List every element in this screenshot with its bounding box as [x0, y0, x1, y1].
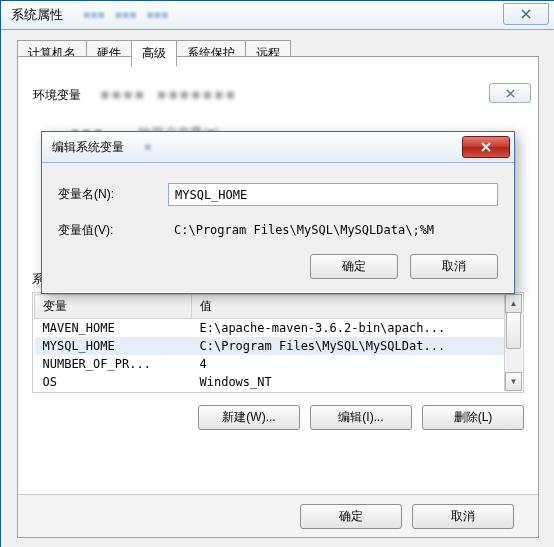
- system-variables-box: 变量 值 MAVEN_HOMEE:\apache-maven-3.6.2-bin…: [32, 292, 524, 393]
- input-variable-name[interactable]: [168, 183, 498, 206]
- blurred-text: ■ ■ ■ ■ ■ ■ ■ ■ ■ ■ ■: [101, 87, 234, 102]
- tab-advanced[interactable]: 高级: [131, 40, 177, 67]
- table-row[interactable]: OSWindows_NT: [35, 373, 522, 391]
- sysvar-button-row: 新建(W)... 编辑(I)... 删除(L): [32, 405, 524, 430]
- row-variable-name: 变量名(N):: [58, 183, 498, 206]
- titlebar-blur-text: ■■■ ■■■ ■■■: [83, 8, 168, 22]
- dialog-ok-button[interactable]: 确定: [310, 254, 398, 279]
- system-properties-window: 系统属性 ■■■ ■■■ ■■■ 计算机名 硬件 高级 系统保护 远程 系统变量…: [0, 0, 554, 547]
- system-variables-table[interactable]: 变量 值 MAVEN_HOMEE:\apache-maven-3.6.2-bin…: [34, 294, 522, 391]
- window-title: 系统属性: [11, 6, 63, 24]
- delete-button[interactable]: 删除(L): [422, 405, 524, 430]
- panel-cancel-button[interactable]: 取消: [412, 504, 514, 529]
- dialog-title-text: 编辑系统变量: [52, 139, 124, 156]
- col-variable[interactable]: 变量: [35, 295, 192, 319]
- table-row[interactable]: MYSQL_HOMEC:\Program Files\MySQL\MySQLDa…: [35, 337, 522, 355]
- scroll-track[interactable]: [505, 312, 522, 373]
- close-icon: [480, 142, 492, 152]
- dialog-body: 变量名(N): 变量值(V): C:\Program Files\MySQL\M…: [42, 163, 514, 293]
- titlebar: 系统属性 ■■■ ■■■ ■■■: [1, 1, 554, 30]
- scroll-thumb[interactable]: [506, 312, 521, 349]
- panel-ok-button[interactable]: 确定: [300, 504, 402, 529]
- table-row[interactable]: NUMBER_OF_PR...4: [35, 355, 522, 373]
- dialog-close-button[interactable]: [462, 136, 510, 158]
- table-row[interactable]: MAVEN_HOMEE:\apache-maven-3.6.2-bin\apac…: [35, 319, 522, 338]
- env-vars-label: 环境变量: [33, 87, 81, 104]
- new-button[interactable]: 新建(W)...: [198, 405, 300, 430]
- label-variable-name: 变量名(N):: [58, 186, 168, 203]
- col-value[interactable]: 值: [192, 295, 522, 319]
- dialog-button-row: 确定 取消: [58, 254, 498, 279]
- edit-variable-dialog: 编辑系统变量 ■ 变量名(N): 变量值(V): C:\Program File…: [41, 131, 515, 294]
- scrollbar[interactable]: ▲ ▼: [504, 294, 522, 391]
- label-variable-value: 变量值(V):: [58, 222, 168, 239]
- dialog-title-blur: ■: [144, 140, 151, 154]
- row-variable-value: 变量值(V): C:\Program Files\MySQL\MySQLData…: [58, 220, 498, 240]
- value-variable-value: C:\Program Files\MySQL\MySQLData\;%M: [168, 220, 498, 240]
- system-variables-group: 系统变量(S) 变量 值 MAVEN_HOMEE:\apache-maven-3…: [32, 271, 524, 430]
- scroll-up-icon[interactable]: ▲: [505, 294, 522, 313]
- close-icon: [521, 9, 531, 19]
- scroll-down-icon[interactable]: ▼: [505, 372, 522, 391]
- edit-button[interactable]: 编辑(I)...: [310, 405, 412, 430]
- env-close-button[interactable]: [489, 83, 531, 103]
- close-icon: [506, 89, 515, 98]
- dialog-cancel-button[interactable]: 取消: [410, 254, 498, 279]
- dialog-titlebar: 编辑系统变量 ■: [42, 132, 514, 163]
- window-close-button[interactable]: [503, 3, 549, 25]
- panel-bottom-bar: 确定 取消: [18, 494, 538, 537]
